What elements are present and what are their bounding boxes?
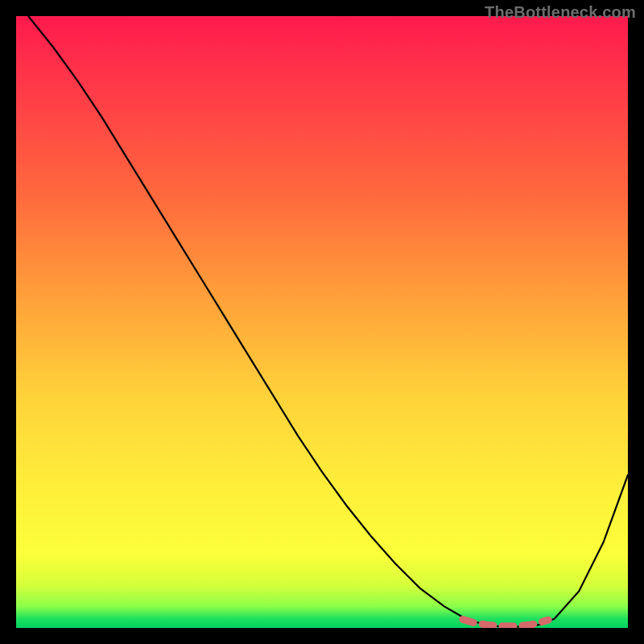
valley-highlight: [463, 619, 548, 625]
main-curve: [28, 16, 628, 626]
plot-area: [16, 16, 628, 628]
chart-container: TheBottleneck.com: [0, 0, 644, 644]
chart-svg: [16, 16, 628, 628]
watermark-text: TheBottleneck.com: [485, 3, 636, 22]
